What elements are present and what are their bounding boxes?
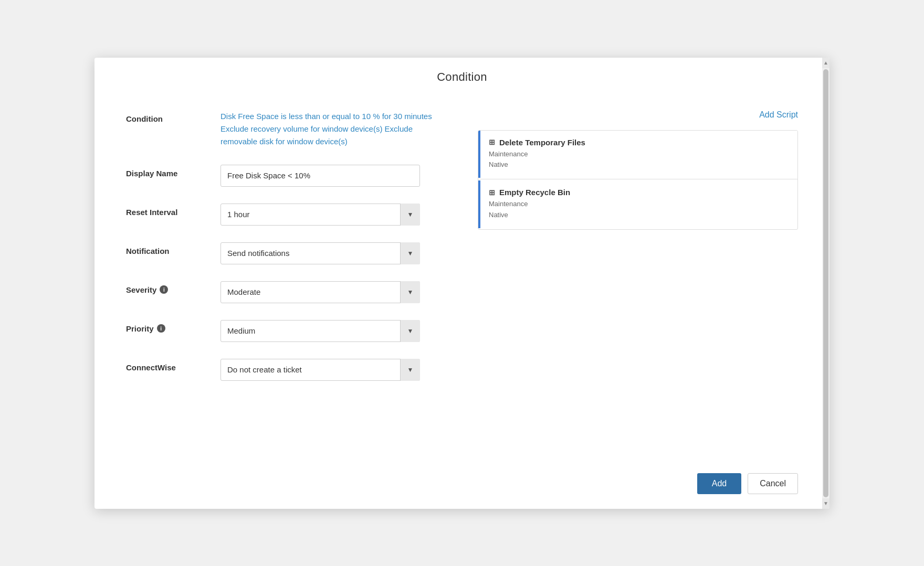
add-button[interactable]: Add — [697, 473, 741, 494]
right-section: Add Script ⊞ Delete Temporary Files Main… — [467, 110, 798, 398]
list-item: ⊞ Delete Temporary Files Maintenance Nat… — [478, 131, 797, 178]
modal-header: Condition — [94, 58, 830, 93]
severity-info-icon[interactable]: i — [160, 285, 168, 294]
priority-select-wrapper: Low Medium High ▼ — [220, 320, 420, 342]
connectwise-select[interactable]: Do not create a ticket Create a ticket — [220, 359, 420, 381]
priority-row: Priority i Low Medium High ▼ — [126, 320, 446, 342]
modal-title: Condition — [94, 70, 830, 84]
display-name-input[interactable] — [220, 165, 420, 187]
connectwise-row: ConnectWise Do not create a ticket Creat… — [126, 359, 446, 381]
connectwise-value: Do not create a ticket Create a ticket ▼ — [220, 359, 446, 381]
reset-interval-value: 30 minutes 1 hour 2 hours 4 hours 8 hour… — [220, 204, 446, 226]
cancel-button[interactable]: Cancel — [748, 473, 798, 494]
add-script-button[interactable]: Add Script — [759, 110, 798, 120]
severity-select-wrapper: Low Moderate High Critical ▼ — [220, 281, 420, 303]
windows-icon: ⊞ — [489, 188, 495, 197]
priority-value: Low Medium High ▼ — [220, 320, 446, 342]
reset-interval-label: Reset Interval — [126, 204, 220, 217]
severity-select[interactable]: Low Moderate High Critical — [220, 281, 420, 303]
left-section: Condition Disk Free Space is less than o… — [126, 110, 446, 398]
priority-select[interactable]: Low Medium High — [220, 320, 420, 342]
condition-label: Condition — [126, 110, 220, 123]
divider — [478, 179, 797, 179]
display-name-label: Display Name — [126, 165, 220, 178]
priority-label: Priority i — [126, 320, 220, 333]
display-name-row: Display Name — [126, 165, 446, 187]
condition-value: Disk Free Space is less than or equal to… — [220, 110, 446, 148]
notification-select-wrapper: Send notifications Do not send notificat… — [220, 242, 420, 264]
notification-row: Notification Send notifications Do not s… — [126, 242, 446, 264]
severity-label: Severity i — [126, 281, 220, 294]
condition-row: Condition Disk Free Space is less than o… — [126, 110, 446, 148]
notification-value: Send notifications Do not send notificat… — [220, 242, 446, 264]
reset-interval-select-wrapper: 30 minutes 1 hour 2 hours 4 hours 8 hour… — [220, 204, 420, 226]
modal-content: Condition Disk Free Space is less than o… — [126, 110, 798, 398]
severity-row: Severity i Low Moderate High Critical ▼ — [126, 281, 446, 303]
script-name: ⊞ Empty Recycle Bin — [489, 188, 789, 197]
display-name-value — [220, 165, 446, 187]
list-item: ⊞ Empty Recycle Bin Maintenance Native — [478, 180, 797, 228]
notification-select[interactable]: Send notifications Do not send notificat… — [220, 242, 420, 264]
condition-text: Disk Free Space is less than or equal to… — [220, 112, 432, 146]
script-meta: Maintenance Native — [489, 149, 789, 171]
scroll-down-arrow[interactable]: ▼ — [822, 498, 830, 509]
windows-icon: ⊞ — [489, 138, 495, 146]
script-name: ⊞ Delete Temporary Files — [489, 138, 789, 147]
modal-footer: Add Cancel — [94, 463, 830, 509]
notification-label: Notification — [126, 242, 220, 255]
condition-modal: ▲ ▼ Condition Condition Disk Free Space … — [94, 58, 830, 509]
reset-interval-row: Reset Interval 30 minutes 1 hour 2 hours… — [126, 204, 446, 226]
script-meta: Maintenance Native — [489, 199, 789, 221]
reset-interval-select[interactable]: 30 minutes 1 hour 2 hours 4 hours 8 hour… — [220, 204, 420, 226]
connectwise-label: ConnectWise — [126, 359, 220, 372]
modal-body: Condition Disk Free Space is less than o… — [94, 93, 830, 463]
priority-info-icon[interactable]: i — [157, 324, 165, 333]
right-header: Add Script — [478, 110, 798, 120]
scripts-container: ⊞ Delete Temporary Files Maintenance Nat… — [478, 130, 798, 230]
connectwise-select-wrapper: Do not create a ticket Create a ticket ▼ — [220, 359, 420, 381]
severity-value: Low Moderate High Critical ▼ — [220, 281, 446, 303]
